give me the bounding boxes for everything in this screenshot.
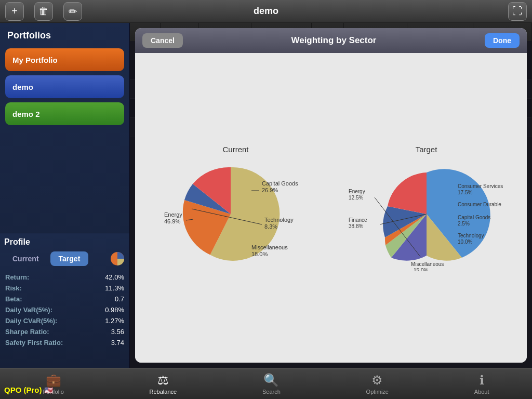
svg-text:Energy: Energy — [164, 211, 182, 218]
svg-text:Capital Goods: Capital Goods — [458, 215, 490, 220]
profile-metric-row: Daily CVaR(5%):1.27% — [4, 315, 125, 326]
svg-text:Technology: Technology — [264, 217, 294, 223]
title-bar: + 🗑 ✏ demo ⛶ — [0, 0, 532, 23]
current-chart-title: Current — [222, 145, 248, 154]
svg-text:Consumer Durable: Consumer Durable — [458, 202, 501, 207]
svg-text:Capital Goods: Capital Goods — [262, 180, 298, 187]
nav-icon-rebalance: ⚖ — [157, 373, 169, 388]
profile-metric-value: 1.27% — [105, 317, 124, 325]
profile-metric-label: Sharpe Ratio: — [5, 328, 49, 336]
svg-text:Finance: Finance — [349, 217, 367, 223]
svg-text:2.5%: 2.5% — [458, 221, 470, 227]
target-chart-title: Target — [416, 145, 437, 154]
delete-button[interactable]: 🗑 — [34, 2, 53, 21]
svg-text:12.5%: 12.5% — [349, 195, 363, 201]
tab-current[interactable]: Current — [4, 251, 47, 266]
svg-text:Energy: Energy — [349, 189, 365, 194]
sidebar-item-my-portfolio[interactable]: My Portfolio — [5, 48, 124, 71]
edit-button[interactable]: ✏ — [63, 2, 82, 21]
profile-metric-value: 42.0% — [105, 273, 124, 281]
current-chart-section: Current Capital Goods 26.9% Technology — [140, 145, 331, 271]
modal-body: Current Capital Goods 26.9% Technology — [135, 53, 527, 363]
nav-icon-search: 🔍 — [263, 373, 279, 388]
svg-text:Miscellaneous: Miscellaneous — [251, 244, 288, 250]
svg-text:26.9%: 26.9% — [262, 187, 278, 193]
svg-text:18.0%: 18.0% — [251, 251, 268, 257]
profile-metric-value: 11.3% — [105, 284, 124, 292]
profile-metric-value: 0.98% — [105, 306, 124, 314]
nav-label-optimize: Optimize — [366, 389, 389, 395]
modal-header: Cancel Weighting by Sector Done — [135, 28, 527, 53]
weighting-modal: Cancel Weighting by Sector Done Current — [135, 28, 527, 363]
current-pie-chart: Capital Goods 26.9% Technology 8.3% Misc… — [163, 157, 309, 271]
target-chart-section: Target Energy — [331, 145, 522, 271]
profile-metric-label: Return: — [5, 273, 29, 281]
svg-text:17.5%: 17.5% — [458, 190, 472, 195]
profile-metric-label: Daily CVaR(5%): — [5, 317, 57, 325]
nav-item-optimize[interactable]: ⚙Optimize — [366, 373, 389, 395]
profile-metric-row: Daily VaR(5%):0.98% — [4, 304, 125, 315]
profile-metric-value: 3.56 — [111, 328, 124, 336]
svg-text:8.3%: 8.3% — [264, 223, 277, 230]
profile-metric-row: Risk:11.3% — [4, 283, 125, 294]
svg-text:Consumer Services: Consumer Services — [458, 183, 503, 189]
profile-metric-value: 0.7 — [115, 295, 124, 303]
profile-metric-row: Sharpe Ratio:3.56 — [4, 326, 125, 337]
profile-section: Profile Current Target Return:42.0%Risk:… — [0, 233, 130, 368]
modal-overlay: Cancel Weighting by Sector Done Current — [130, 23, 532, 368]
page-title: demo — [254, 6, 278, 17]
profile-title: Profile — [4, 237, 125, 247]
profile-metric-label: Daily VaR(5%): — [5, 306, 52, 314]
nav-item-rebalance[interactable]: ⚖Rebalance — [150, 373, 177, 395]
svg-text:Miscellaneous: Miscellaneous — [411, 261, 444, 267]
profile-metrics: Return:42.0%Risk:11.3%Beta:0.7Daily VaR(… — [4, 272, 125, 348]
profile-metric-row: Safety First Ratio:3.74 — [4, 337, 125, 348]
profile-metric-label: Beta: — [5, 295, 22, 303]
svg-text:Technology: Technology — [458, 233, 484, 238]
nav-item-search[interactable]: 🔍Search — [262, 373, 281, 395]
modal-cancel-button[interactable]: Cancel — [142, 33, 183, 48]
nav-label-rebalance: Rebalance — [150, 389, 177, 395]
nav-label-about: About — [474, 389, 489, 395]
add-button[interactable]: + — [5, 2, 24, 21]
svg-text:15.0%: 15.0% — [414, 268, 428, 271]
sidebar-item-demo2[interactable]: demo 2 — [5, 102, 124, 125]
nav-label-search: Search — [262, 389, 281, 395]
profile-metric-row: Beta:0.7 — [4, 294, 125, 304]
svg-text:46.9%: 46.9% — [164, 218, 180, 224]
sidebar-title: Portfolios — [5, 28, 124, 43]
target-pie-chart: Energy 12.5% Consumer Services 17.5% Con… — [349, 157, 504, 271]
svg-text:10.0%: 10.0% — [458, 239, 472, 245]
nav-icon-about: ℹ — [480, 373, 484, 388]
expand-button[interactable]: ⛶ — [508, 2, 527, 21]
profile-metric-value: 3.74 — [111, 339, 124, 347]
profile-pie-icon — [110, 251, 125, 267]
svg-text:38.8%: 38.8% — [349, 223, 363, 229]
modal-done-button[interactable]: Done — [485, 33, 520, 48]
profile-tabs: Current Target — [4, 251, 125, 267]
profile-metric-label: Safety First Ratio: — [5, 339, 63, 347]
modal-title: Weighting by Sector — [183, 35, 485, 46]
app-name: QPO (Pro) 🇺🇸 — [4, 385, 53, 395]
nav-icon-optimize: ⚙ — [371, 373, 383, 388]
profile-metric-row: Return:42.0% — [4, 272, 125, 283]
nav-item-about[interactable]: ℹAbout — [474, 373, 489, 395]
profile-metric-label: Risk: — [5, 284, 22, 292]
bottom-nav: QPO (Pro) 🇺🇸 💼Portfolio⚖Rebalance🔍Search… — [0, 368, 532, 399]
tab-target[interactable]: Target — [50, 251, 89, 266]
sidebar-item-demo[interactable]: demo — [5, 75, 124, 98]
nav-items: 💼Portfolio⚖Rebalance🔍Search⚙OptimizeℹAbo… — [0, 373, 532, 395]
